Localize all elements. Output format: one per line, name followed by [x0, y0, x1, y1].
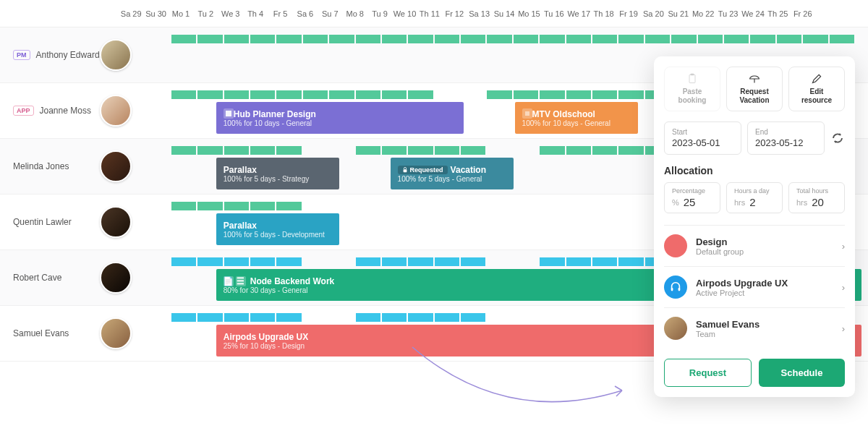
- avatar[interactable]: [100, 95, 132, 127]
- date-cell: Fr 19: [616, 0, 641, 27]
- date-cell: Tu 16: [542, 0, 566, 27]
- svg-rect-8: [678, 288, 681, 291]
- date-cell: Mo 1: [169, 0, 193, 27]
- booking-bar[interactable]: Parallax 100% for 5 days - Development: [216, 213, 339, 245]
- sync-icon[interactable]: [830, 131, 845, 145]
- date-cell: Mo 15: [516, 0, 541, 27]
- paste-booking-button[interactable]: Pastebooking: [664, 67, 720, 111]
- date-cell: Su 21: [666, 0, 691, 27]
- panel-list: DesignDefault group › Airpods Upgrade UX…: [664, 225, 845, 349]
- date-cell: Sa 20: [641, 0, 665, 27]
- date-cell: We 17: [566, 0, 591, 27]
- date-cell: Mo 22: [691, 0, 715, 27]
- date-cell: Su 7: [318, 0, 342, 27]
- date-cell: We 3: [218, 0, 243, 27]
- hours-day-field[interactable]: Hours a dayhrs 2: [726, 182, 783, 213]
- edit-resource-button[interactable]: Editresource: [788, 67, 845, 111]
- schedule-button[interactable]: Schedule: [759, 359, 845, 387]
- date-cell: Sa 13: [467, 0, 491, 27]
- request-button[interactable]: Request: [664, 359, 752, 387]
- booking-bar[interactable]: Parallax 100% for 5 days - Strategy: [216, 158, 339, 189]
- date-cell: Tu 2: [193, 0, 218, 27]
- svg-rect-5: [689, 74, 695, 82]
- avatar[interactable]: [100, 206, 132, 238]
- panel-list-item[interactable]: Samuel EvansTeam ›: [664, 308, 845, 349]
- list-icon: ☰: [236, 276, 246, 286]
- pencil-icon: [811, 73, 822, 85]
- date-cell: Th 18: [591, 0, 616, 27]
- avatar: [664, 317, 687, 340]
- date-cell: Tu 23: [715, 0, 740, 27]
- color-dot: [664, 234, 687, 257]
- date-cell: Th 11: [417, 0, 442, 27]
- svg-rect-4: [403, 169, 407, 172]
- note-icon: [224, 108, 234, 119]
- avatar[interactable]: [100, 317, 132, 349]
- chevron-right-icon: ›: [842, 241, 845, 252]
- chevron-right-icon: ›: [842, 323, 845, 334]
- date-cell: Fr 12: [442, 0, 467, 27]
- svg-rect-0: [226, 111, 231, 116]
- panel-list-item[interactable]: Airpods Upgrade UXActive Project ›: [664, 267, 845, 308]
- panel-list-item[interactable]: DesignDefault group ›: [664, 226, 845, 267]
- date-cell: Th 4: [243, 0, 268, 27]
- end-date-field[interactable]: End2023-05-12: [747, 121, 825, 155]
- date-cell: Su 14: [492, 0, 516, 27]
- note-icon: 📄: [224, 276, 234, 286]
- svg-rect-6: [691, 74, 694, 75]
- date-header: Sa 29Su 30Mo 1Tu 2We 3Th 4Fr 5Sa 6Su 7Mo…: [0, 0, 868, 27]
- requested-tag: Requested: [398, 166, 448, 174]
- role-badge: PM: [13, 50, 30, 60]
- date-cell: Su 30: [143, 0, 168, 27]
- date-cell: Sa 6: [293, 0, 318, 27]
- chevron-right-icon: ›: [842, 282, 845, 293]
- booking-bar[interactable]: Hub Planner Design 100% for 10 days - Ge…: [216, 102, 464, 134]
- list-icon: [522, 108, 532, 119]
- percentage-field[interactable]: Percentage% 25: [664, 182, 720, 213]
- avatar[interactable]: [100, 262, 132, 294]
- date-cell: Sa 29: [119, 0, 143, 27]
- umbrella-icon: [749, 73, 760, 85]
- booking-bar[interactable]: MTV Oldschool 100% for 10 days - General: [515, 102, 638, 134]
- total-hours-field[interactable]: Total hourshrs 20: [788, 182, 845, 213]
- date-cell: We 24: [741, 0, 765, 27]
- date-cell: We 10: [392, 0, 417, 27]
- date-cell: Th 25: [765, 0, 790, 27]
- date-cell: Mo 8: [343, 0, 367, 27]
- capacity-row: [119, 35, 868, 43]
- date-cell: Fr 26: [791, 0, 815, 27]
- headphones-icon: [664, 276, 687, 299]
- avatar[interactable]: [100, 39, 132, 71]
- paste-icon: [686, 73, 698, 85]
- allocation-title: Allocation: [664, 165, 845, 176]
- start-date-field[interactable]: Start2023-05-01: [664, 121, 741, 155]
- booking-bar[interactable]: RequestedVacation 100% for 5 days - Gene…: [391, 158, 514, 189]
- svg-rect-7: [671, 288, 673, 291]
- request-vacation-button[interactable]: RequestVacation: [726, 67, 783, 111]
- booking-panel: Pastebooking RequestVacation Editresourc…: [654, 56, 855, 397]
- role-badge: APP: [13, 106, 34, 116]
- date-cell: Fr 5: [268, 0, 292, 27]
- avatar[interactable]: [100, 150, 132, 182]
- date-cell: Tu 9: [367, 0, 392, 27]
